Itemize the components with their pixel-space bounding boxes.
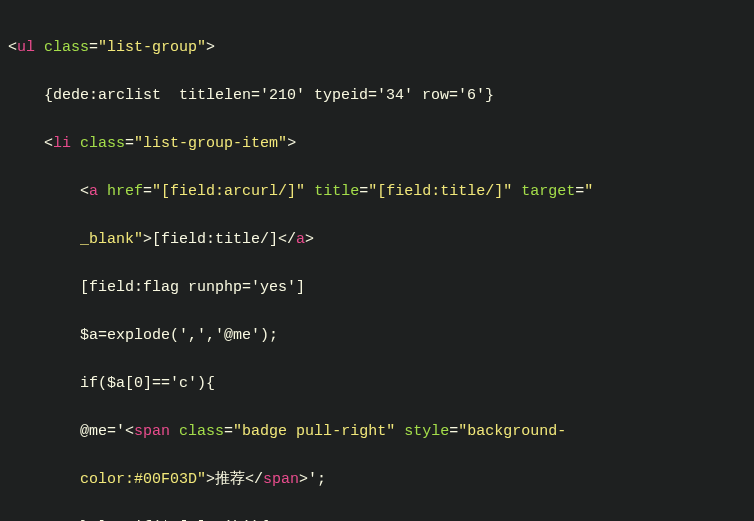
- code-line[interactable]: {dede:arclist titlelen='210' typeid='34'…: [8, 84, 746, 108]
- code-line[interactable]: $a=explode(',','@me');: [8, 324, 746, 348]
- php-code: ';: [308, 471, 326, 488]
- tag-a: a: [89, 183, 98, 200]
- angle-open: <: [8, 39, 17, 56]
- string: "list-group-item": [134, 135, 287, 152]
- tag-a: a: [296, 231, 305, 248]
- tag-li: li: [53, 135, 71, 152]
- string: color:#00F03D": [80, 471, 206, 488]
- code-line[interactable]: color:#00F03D">推荐</span>';: [8, 468, 746, 492]
- attr-href: href: [107, 183, 143, 200]
- php-code: $a=explode(',','@me');: [8, 327, 278, 344]
- string: ": [584, 183, 593, 200]
- template-field: [field:flag runphp='yes']: [8, 279, 305, 296]
- string: "[field:title/]": [368, 183, 512, 200]
- text-content: [field:title/]: [152, 231, 278, 248]
- string: "badge pull-right": [233, 423, 395, 440]
- attr-class: class: [179, 423, 224, 440]
- code-line[interactable]: <li class="list-group-item">: [8, 132, 746, 156]
- code-line[interactable]: [field:flag runphp='yes']: [8, 276, 746, 300]
- attr-style: style: [404, 423, 449, 440]
- attr-class: class: [44, 39, 89, 56]
- attr-class: class: [80, 135, 125, 152]
- tag-span: span: [134, 423, 170, 440]
- angle-close: >: [206, 39, 215, 56]
- string: _blank": [80, 231, 143, 248]
- tag-ul: ul: [17, 39, 35, 56]
- code-line[interactable]: if($a[0]=='c'){: [8, 372, 746, 396]
- code-line[interactable]: <a href="[field:arcurl/]" title="[field:…: [8, 180, 746, 204]
- code-line[interactable]: _blank">[field:title/]</a>: [8, 228, 746, 252]
- tag-span: span: [263, 471, 299, 488]
- template-tag: {dede:arclist titlelen='210' typeid='34'…: [8, 87, 494, 104]
- code-line[interactable]: <ul class="list-group">: [8, 36, 746, 60]
- attr-title: title: [314, 183, 359, 200]
- string: "background-: [458, 423, 566, 440]
- code-line[interactable]: @me='<span class="badge pull-right" styl…: [8, 420, 746, 444]
- php-code: if($a[0]=='c'){: [8, 375, 215, 392]
- string: "[field:arcurl/]": [152, 183, 305, 200]
- code-editor[interactable]: <ul class="list-group"> {dede:arclist ti…: [0, 0, 754, 521]
- attr-target: target: [521, 183, 575, 200]
- string: "list-group": [98, 39, 206, 56]
- code-line[interactable]: }else if($a[0]=='h'){: [8, 516, 746, 521]
- php-code: @me=': [80, 423, 125, 440]
- text-content: 推荐: [215, 471, 245, 488]
